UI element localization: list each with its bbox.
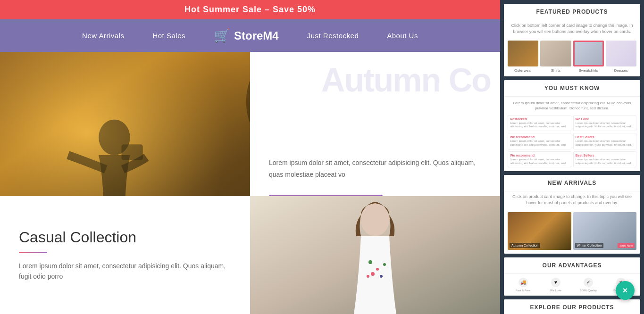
arrivals-winter-label: Winter Collection [575, 243, 604, 248]
advantage-2-icon: ✓ [584, 278, 593, 287]
arrivals-autumn[interactable]: Autumn Collection [508, 212, 571, 250]
thumb-sweatshirts-img [573, 41, 604, 66]
nav-about-us[interactable]: About Us [387, 32, 418, 40]
close-button[interactable]: × [616, 281, 635, 300]
svg-rect-7 [121, 144, 142, 160]
advantage-1: ♥ We Love [540, 278, 571, 292]
must-know-item-5: Best Sellers Lorem ipsum dolor sit amet,… [573, 151, 637, 168]
thumb-outwear[interactable]: Outerwear [508, 41, 538, 73]
logo-text: StoreM4 [234, 29, 279, 42]
bottom-right-image [250, 196, 500, 314]
arrivals-winter[interactable]: Winter Collection Shop Now [573, 212, 637, 250]
main-area: Hot Summer Sale – Save 50% New Arrivals … [0, 0, 500, 314]
thumb-outwear-label: Outerwear [508, 68, 538, 73]
svg-point-13 [371, 272, 375, 276]
nav-new-arrivals[interactable]: New Arrivals [82, 32, 124, 40]
must-know-grid: Restocked Lorem ipsum dolor sit amet, co… [508, 115, 636, 168]
featured-products-subtitle: Click on bottom left corner of card imag… [504, 20, 640, 37]
nav-hot-sales[interactable]: Hot Sales [152, 32, 185, 40]
advantage-0-icon: 🚚 [519, 278, 528, 287]
must-know-item-3-text: Lorem ipsum dolor sit amet, consectetur … [576, 140, 635, 147]
sale-banner: Hot Summer Sale – Save 50% [0, 0, 500, 19]
thumb-shirts-label: Shirts [540, 68, 571, 73]
must-know-item-4-title: We recommend [510, 154, 569, 157]
svg-point-9 [361, 203, 389, 236]
navbar: New Arrivals Hot Sales 🛒 StoreM4 Just Re… [0, 19, 500, 52]
cart-icon: 🛒 [214, 28, 230, 43]
explore-products-section: EXPLORE OUR PRODUCTS [504, 299, 640, 314]
new-arrivals-title: NEW ARRIVALS [504, 175, 640, 191]
advantage-2-label: 100% Quality [573, 289, 604, 292]
featured-products-section: FEATURED PRODUCTS Click on bottom left c… [504, 4, 640, 76]
casual-collection-text: Lorem ipsum dolor sit amet, consectetur … [19, 261, 231, 282]
bottom-section: Casual Collection Lorem ipsum dolor sit … [0, 196, 500, 314]
casual-collection-title: Casual Collection [19, 229, 231, 246]
arrivals-autumn-label: Autumn Collection [510, 243, 540, 248]
advantage-0: 🚚 Fast & Free [508, 278, 538, 292]
right-panel: FEATURED PRODUCTS Click on bottom left c… [500, 0, 644, 314]
must-know-item-4-text: Lorem ipsum dolor sit amet, consectetur … [510, 158, 569, 165]
svg-point-5 [246, 59, 250, 144]
must-know-item-0: Restocked Lorem ipsum dolor sit amet, co… [508, 115, 571, 132]
new-arrivals-subtitle: Click on product card image to change. I… [504, 191, 640, 208]
explore-products-title: EXPLORE OUR PRODUCTS [504, 299, 640, 314]
advantage-1-label: We Love [540, 289, 571, 292]
thumb-shirts[interactable]: Shirts [540, 41, 571, 73]
thumb-dresses[interactable]: Dresses [606, 41, 636, 73]
thumb-dresses-label: Dresses [606, 68, 636, 73]
must-know-item-2: We recommend Lorem ipsum dolor sit amet,… [508, 133, 571, 149]
must-know-item-0-text: Lorem ipsum dolor sit amet, consectetur … [510, 122, 569, 129]
advantage-2: ✓ 100% Quality [573, 278, 604, 292]
must-know-item-1: We Love Lorem ipsum dolor sit amet, cons… [573, 115, 637, 132]
must-know-item-4: We recommend Lorem ipsum dolor sit amet,… [508, 151, 571, 168]
svg-point-6 [99, 120, 130, 156]
featured-products-title: FEATURED PRODUCTS [504, 4, 640, 20]
must-know-item-5-text: Lorem ipsum dolor sit amet, consectetur … [576, 158, 635, 165]
must-know-item-5-title: Best Sellers [576, 154, 635, 157]
logo[interactable]: 🛒 StoreM4 [214, 28, 279, 43]
thumb-outwear-img [508, 41, 538, 66]
must-know-desc: Lorem ipsum dolor sit amet, consectetur … [508, 100, 636, 111]
svg-point-14 [380, 275, 383, 278]
svg-point-11 [376, 268, 379, 271]
you-must-know-section: YOU MUST KNOW Lorem ipsum dolor sit amet… [504, 80, 640, 171]
advantage-0-label: Fast & Free [508, 289, 538, 292]
thumb-dresses-img [606, 41, 636, 66]
must-know-item-3-title: Best Sellers [576, 135, 635, 139]
new-arrivals-images: Autumn Collection Winter Collection Shop… [504, 208, 640, 254]
nav-just-restocked[interactable]: Just Restocked [307, 32, 359, 40]
svg-point-10 [368, 260, 372, 264]
advantage-1-icon: ♥ [551, 278, 560, 287]
must-know-item-3: Best Sellers Lorem ipsum dolor sit amet,… [573, 133, 637, 149]
must-know-item-1-title: We Love [576, 117, 635, 121]
thumb-shirts-img [540, 41, 571, 66]
casual-collection-section: Casual Collection Lorem ipsum dolor sit … [0, 196, 250, 314]
must-know-item-0-title: Restocked [510, 117, 569, 121]
section-divider [19, 252, 47, 253]
hero-background-title: Autumn Co [321, 61, 491, 99]
thumb-sweatshirts[interactable]: Sweatshirts [573, 41, 604, 73]
must-know-item-2-title: We recommend [510, 135, 569, 139]
must-know-content: Lorem ipsum dolor sit amet, consectetur … [504, 97, 640, 171]
svg-point-15 [367, 275, 369, 278]
sale-banner-text: Hot Summer Sale – Save 50% [184, 5, 316, 14]
must-know-title: YOU MUST KNOW [504, 80, 640, 97]
arrivals-winter-btn[interactable]: Shop Now [618, 243, 635, 248]
must-know-item-1-text: Lorem ipsum dolor sit amet, consectetur … [576, 122, 635, 129]
must-know-item-2-text: Lorem ipsum dolor sit amet, consectetur … [510, 140, 569, 147]
svg-point-12 [383, 263, 386, 266]
thumb-sweatshirts-label: Sweatshirts [573, 68, 604, 73]
our-advantages-title: OUR ADVANTAGES [504, 257, 640, 274]
new-arrivals-section: NEW ARRIVALS Click on product card image… [504, 175, 640, 253]
featured-thumbs-container: Outerwear Shirts Sweatshirts Dresses [504, 37, 640, 76]
hero-body-text: Lorem ipsum dolor sit amet, consectetur … [269, 157, 481, 181]
